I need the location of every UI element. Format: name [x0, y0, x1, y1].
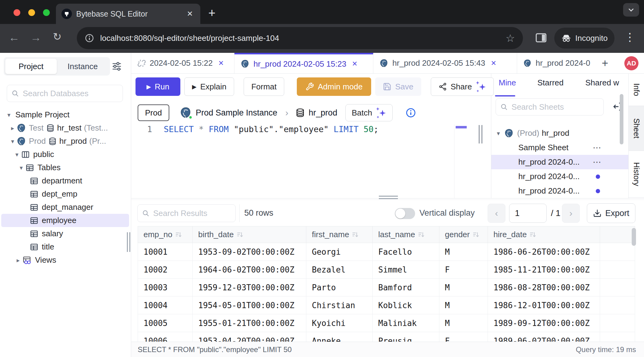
tree-item-table-dept-emp[interactable]: dept_emp [0, 187, 130, 201]
database-name[interactable]: hr_prod [309, 108, 337, 118]
tab-shared-with-me[interactable]: Shared w [585, 78, 619, 88]
column-header-birth-date[interactable]: birth_date [193, 226, 306, 243]
format-button[interactable]: Format [244, 77, 284, 96]
minimize-window-button[interactable] [28, 9, 35, 16]
tab-info[interactable]: Info [629, 74, 644, 106]
cell[interactable]: 1989-09-12T00:00:00Z [488, 314, 600, 332]
editor-tab-2-active[interactable]: hr_prod 2024-02-05 15:23 ✕ [234, 53, 373, 73]
table-row[interactable]: 100031959-12-03T00:00:00ZPartoBamfordM19… [138, 279, 635, 296]
share-button[interactable]: Share [431, 77, 494, 96]
editor-minimap[interactable] [454, 124, 469, 199]
export-button[interactable]: Export [587, 203, 635, 223]
tree-item-views-group[interactable]: ▸ Views [0, 253, 130, 267]
tree-item-tables-group[interactable]: ▾ Tables [0, 161, 130, 174]
instance-name[interactable]: Prod Sample Instance [196, 108, 277, 118]
user-avatar[interactable]: AD [624, 56, 638, 70]
admin-mode-button[interactable]: Admin mode [297, 77, 371, 96]
tab-instance[interactable]: Instance [57, 59, 108, 74]
cell[interactable]: M [439, 314, 488, 332]
sort-icon[interactable] [472, 231, 480, 238]
tree-item-table-salary[interactable]: salary [0, 227, 130, 240]
cell[interactable]: 10001 [138, 243, 193, 261]
column-header-emp-no[interactable]: emp_no [138, 226, 193, 243]
sort-icon[interactable] [418, 231, 425, 238]
column-header-last-name[interactable]: last_name [373, 226, 439, 243]
table-row[interactable]: 100041954-05-01T00:00:00ZChirstianKoblic… [138, 296, 635, 314]
cell[interactable]: Koblick [373, 296, 439, 314]
table-scrollbar[interactable] [632, 228, 636, 246]
cell[interactable]: F [439, 332, 488, 342]
cell[interactable]: 1986-08-28T00:00:00Z [488, 279, 600, 296]
caret-down-icon[interactable]: ▾ [9, 138, 17, 145]
close-tab-icon[interactable]: ✕ [491, 59, 496, 67]
tree-item-table-dept-manager[interactable]: dept_manager [0, 201, 130, 214]
cell[interactable]: Anneke [306, 332, 373, 342]
explain-button[interactable]: ▶ Explain [184, 77, 234, 96]
sheet-item-selected[interactable]: hr_prod 2024-0... ⋯ [491, 155, 628, 169]
cell[interactable]: 1953-04-20T00:00:00Z [193, 332, 306, 342]
cell[interactable]: M [439, 279, 488, 296]
sheet-item-sample-sheet[interactable]: Sample Sheet ⋯ [491, 140, 628, 155]
sidebar-filter-icon[interactable] [111, 61, 122, 72]
cell[interactable]: 1986-06-26T00:00:00Z [488, 243, 600, 261]
caret-down-icon[interactable]: ▾ [13, 151, 21, 158]
sheet-item-unsaved-1[interactable]: hr_prod 2024-0... [491, 169, 628, 184]
more-actions-icon[interactable]: ⋯ [593, 143, 602, 153]
sort-icon[interactable] [175, 231, 182, 238]
close-tab-icon[interactable]: ✕ [218, 59, 224, 67]
forward-button[interactable]: → [30, 32, 41, 43]
cell[interactable]: 10003 [138, 279, 193, 296]
table-row[interactable]: 100051955-01-21T00:00:00ZKyoichiMaliniak… [138, 314, 635, 332]
search-databases-input[interactable] [23, 89, 118, 98]
save-button[interactable]: Save [375, 77, 421, 96]
column-header-gender[interactable]: gender [439, 226, 488, 243]
cell[interactable]: Parto [306, 279, 373, 296]
tab-close-icon[interactable]: ✕ [185, 10, 195, 18]
browser-menu-button[interactable]: ⋮ [624, 31, 636, 44]
cell[interactable]: 10006 [138, 332, 193, 342]
cell[interactable]: Georgi [306, 243, 373, 261]
cell[interactable]: 1989-06-02T00:00:00Z [488, 332, 600, 342]
cell[interactable]: 1985-11-21T00:00:00Z [488, 261, 600, 279]
cell[interactable]: 1959-12-03T00:00:00Z [193, 279, 306, 296]
tree-item-schema-public[interactable]: ▾ public [0, 148, 130, 161]
column-header-first-name[interactable]: first_name [306, 226, 373, 243]
cell[interactable]: Maliniak [373, 314, 439, 332]
address-bar[interactable]: localhost:8080/sql-editor/sheet/project-… [77, 27, 523, 49]
cell[interactable]: Bezalel [306, 261, 373, 279]
tab-project[interactable]: Project [5, 59, 57, 74]
bookmark-star-icon[interactable]: ☆ [506, 32, 515, 44]
sheet-list-scrollbar[interactable] [620, 94, 623, 144]
close-tab-icon[interactable]: ✕ [352, 60, 357, 68]
cell[interactable]: 1955-01-21T00:00:00Z [193, 314, 306, 332]
cell[interactable]: M [439, 296, 488, 314]
tab-search-chevron-button[interactable] [623, 3, 639, 17]
tree-item-table-title[interactable]: title [0, 240, 130, 253]
tree-item-db-hr-prod[interactable]: ▾ Prod hr_prod (Pr... [0, 135, 130, 148]
cell[interactable]: F [439, 261, 488, 279]
cell[interactable]: Preusig [373, 332, 439, 342]
tab-mine[interactable]: Mine [499, 78, 516, 88]
cell[interactable]: 1954-05-01T00:00:00Z [193, 296, 306, 314]
panel-resize-handle[interactable] [479, 125, 482, 143]
table-row[interactable]: 100021964-06-02T00:00:00ZBezalelSimmelF1… [138, 261, 635, 279]
cell[interactable]: Facello [373, 243, 439, 261]
search-results-input[interactable] [153, 209, 231, 218]
search-sheets-input[interactable] [512, 102, 599, 112]
tree-item-project[interactable]: ▾ Sample Project [0, 108, 130, 121]
more-actions-icon[interactable]: ⋯ [593, 157, 602, 167]
caret-down-icon[interactable]: ▾ [17, 164, 25, 171]
cell[interactable]: 1953-09-02T00:00:00Z [193, 243, 306, 261]
side-panel-icon[interactable] [535, 31, 548, 44]
sheet-item-unsaved-2[interactable]: hr_prod 2024-0... [491, 184, 628, 198]
cell[interactable]: Chirstian [306, 296, 373, 314]
tab-history[interactable]: History [629, 151, 644, 198]
connection-info-icon[interactable] [406, 108, 416, 118]
tree-item-table-employee[interactable]: employee [1, 214, 129, 227]
tab-sheet[interactable]: Sheet [629, 106, 644, 151]
page-number-input[interactable] [509, 204, 547, 223]
cell[interactable]: Bamford [373, 279, 439, 296]
caret-right-icon[interactable]: ▸ [9, 124, 17, 132]
sheet-group-hr-prod[interactable]: ▾ (Prod) hr_prod [491, 126, 628, 140]
results-resize-handle[interactable] [379, 196, 398, 199]
